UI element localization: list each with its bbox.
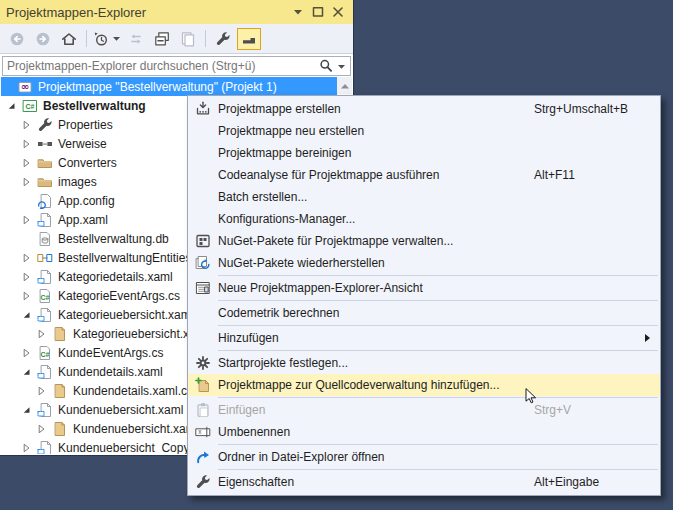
menu-item[interactable]: Startprojekte festlegen... bbox=[188, 352, 660, 374]
tree-item-label: Kundendetails.xaml.cs bbox=[72, 384, 193, 398]
submenu-arrow-icon bbox=[644, 333, 660, 343]
menu-item-label: Codeanalyse für Projektmappe ausführen bbox=[218, 168, 534, 182]
search-input[interactable] bbox=[3, 58, 318, 74]
menu-item[interactable]: Codemetrik berechnen bbox=[188, 302, 660, 324]
search-box[interactable] bbox=[2, 56, 351, 76]
menu-separator bbox=[218, 444, 658, 445]
toolbar-separator bbox=[86, 30, 87, 47]
menu-item-label: Projektmappe neu erstellen bbox=[218, 124, 534, 138]
menu-item[interactable]: EigenschaftenAlt+Eingabe bbox=[188, 471, 660, 493]
tree-item-label: KundeEventArgs.cs bbox=[57, 346, 163, 360]
tree-item-label: Kundenuebersicht.xaml bbox=[57, 403, 183, 417]
expander-expanded-icon[interactable] bbox=[7, 101, 22, 111]
close-button[interactable] bbox=[329, 3, 347, 21]
expander-collapsed-icon[interactable] bbox=[22, 443, 37, 453]
build-icon bbox=[188, 101, 218, 117]
menu-separator bbox=[218, 350, 658, 351]
folder-icon bbox=[37, 174, 57, 190]
sync-with-active-document-button[interactable] bbox=[124, 28, 148, 50]
menu-item[interactable]: Projektmappe erstellenStrg+Umschalt+B bbox=[188, 98, 660, 120]
forward-button[interactable] bbox=[31, 28, 55, 50]
menu-item[interactable]: Konfigurations-Manager... bbox=[188, 208, 660, 230]
menu-item-label: Ordner in Datei-Explorer öffnen bbox=[218, 450, 534, 464]
expander-collapsed-icon[interactable] bbox=[22, 291, 37, 301]
search-button[interactable] bbox=[318, 58, 350, 74]
menu-item[interactable]: xUmbenennen bbox=[188, 421, 660, 443]
menu-item[interactable]: NuGet-Pakete wiederherstellen bbox=[188, 252, 660, 274]
tree-item-label: Converters bbox=[57, 156, 117, 170]
xaml-icon bbox=[37, 212, 57, 228]
expander-collapsed-icon[interactable] bbox=[22, 348, 37, 358]
expander-collapsed-icon[interactable] bbox=[37, 386, 52, 396]
expander-collapsed-icon[interactable] bbox=[22, 272, 37, 282]
svg-text:C#: C# bbox=[41, 293, 50, 300]
wrench-icon bbox=[188, 474, 218, 490]
tree-item-label: Kategoriedetails.xaml bbox=[57, 270, 173, 284]
expander-collapsed-icon[interactable] bbox=[37, 424, 52, 434]
back-icon bbox=[9, 31, 25, 47]
sync-icon bbox=[128, 31, 144, 47]
preview-selected-items-button[interactable] bbox=[176, 28, 200, 50]
expander-collapsed-icon[interactable] bbox=[22, 158, 37, 168]
scroll-up-icon bbox=[339, 81, 351, 91]
context-menu: Projektmappe erstellenStrg+Umschalt+BPro… bbox=[187, 95, 661, 496]
menu-item-label: NuGet-Pakete für Projektmappe verwalten.… bbox=[218, 234, 534, 248]
new-view-icon bbox=[188, 280, 218, 296]
menu-item-label: Projektmappe zur Quellcodeverwaltung hin… bbox=[218, 378, 534, 392]
csproj-icon: C# bbox=[22, 98, 42, 114]
menu-item[interactable]: EinfügenStrg+V bbox=[188, 399, 660, 421]
scroll-up-button[interactable] bbox=[337, 77, 352, 94]
expander-collapsed-icon[interactable] bbox=[22, 253, 37, 263]
back-button[interactable] bbox=[5, 28, 29, 50]
expander-collapsed-icon[interactable] bbox=[37, 329, 52, 339]
show-all-files-icon bbox=[241, 31, 257, 47]
svg-text:C#: C# bbox=[26, 102, 35, 109]
forward-icon bbox=[35, 31, 51, 47]
collapse-all-button[interactable] bbox=[150, 28, 174, 50]
tree-item[interactable]: ∞Projektmappe "Bestellverwaltung" (Proje… bbox=[1, 77, 337, 96]
menu-item[interactable]: Projektmappe zur Quellcodeverwaltung hin… bbox=[188, 374, 660, 396]
expander-expanded-icon[interactable] bbox=[22, 367, 37, 377]
preview-icon bbox=[180, 31, 196, 47]
tree-item-label: Kategorieuebersicht.xaml bbox=[57, 308, 193, 322]
mouse-cursor-icon bbox=[522, 388, 540, 406]
menu-item[interactable]: Hinzufügen bbox=[188, 327, 660, 349]
nuget-restore-icon bbox=[188, 255, 218, 271]
menu-item[interactable]: Neue Projektmappen-Explorer-Ansicht bbox=[188, 277, 660, 299]
expander-collapsed-icon[interactable] bbox=[22, 120, 37, 130]
home-button[interactable] bbox=[57, 28, 81, 50]
menu-item-label: Einfügen bbox=[218, 403, 534, 417]
properties-button[interactable] bbox=[211, 28, 235, 50]
menu-item[interactable]: Projektmappe bereinigen bbox=[188, 142, 660, 164]
expander-collapsed-icon[interactable] bbox=[22, 139, 37, 149]
tree-item-label: images bbox=[57, 175, 97, 189]
menu-separator bbox=[218, 300, 658, 301]
pending-changes-filter-button[interactable] bbox=[92, 28, 122, 50]
window-titlebar[interactable]: Projektmappen-Explorer bbox=[0, 0, 353, 24]
expander-expanded-icon[interactable] bbox=[22, 405, 37, 415]
menu-item-label: Startprojekte festlegen... bbox=[218, 356, 534, 370]
menu-separator bbox=[218, 275, 658, 276]
menu-item-label: Projektmappe erstellen bbox=[218, 102, 534, 116]
menu-item[interactable]: Codeanalyse für Projektmappe ausführenAl… bbox=[188, 164, 660, 186]
menu-item[interactable]: Ordner in Datei-Explorer öffnen bbox=[188, 446, 660, 468]
expander-collapsed-icon[interactable] bbox=[22, 177, 37, 187]
tree-item-label: App.config bbox=[57, 194, 115, 208]
menu-item[interactable]: Projektmappe neu erstellen bbox=[188, 120, 660, 142]
menu-item[interactable]: NuGet-Pakete für Projektmappe verwalten.… bbox=[188, 230, 660, 252]
menu-item-label: Umbenennen bbox=[218, 425, 534, 439]
menu-separator bbox=[218, 469, 658, 470]
window-position-button[interactable] bbox=[289, 3, 307, 21]
xaml-icon bbox=[37, 402, 57, 418]
tree-item-label: Projektmappe "Bestellverwaltung" (Projek… bbox=[37, 80, 277, 94]
menu-item[interactable]: Batch erstellen... bbox=[188, 186, 660, 208]
expander-expanded-icon[interactable] bbox=[22, 310, 37, 320]
caret-down-icon bbox=[112, 34, 121, 43]
menu-item-shortcut: Strg+V bbox=[534, 403, 644, 417]
show-all-files-button[interactable] bbox=[237, 28, 261, 50]
expander-collapsed-icon[interactable] bbox=[22, 215, 37, 225]
xaml-icon bbox=[37, 440, 57, 455]
float-button[interactable] bbox=[309, 3, 327, 21]
xaml-icon bbox=[37, 364, 57, 380]
tree-item-label: Kundendetails.xaml bbox=[57, 365, 163, 379]
